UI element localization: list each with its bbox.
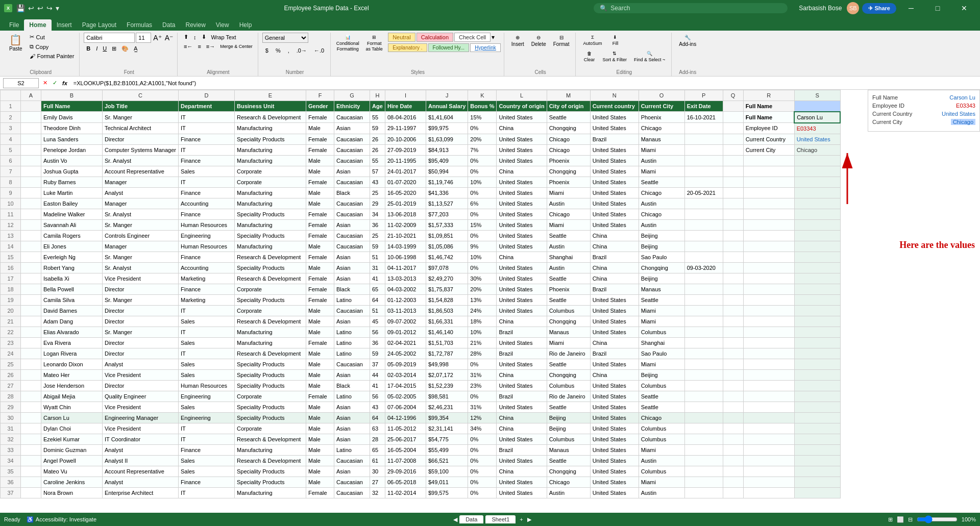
cell-H14[interactable]: 59 bbox=[370, 241, 385, 252]
cell-D32[interactable]: IT bbox=[179, 434, 235, 444]
cell-M21[interactable]: Chongqing bbox=[547, 316, 590, 327]
cell-D34[interactable]: Sales bbox=[179, 455, 235, 466]
cell-C5[interactable]: Computer Systems Manager bbox=[103, 144, 179, 155]
cell-M23[interactable]: Miami bbox=[547, 337, 590, 348]
cell-L31[interactable]: China bbox=[497, 423, 547, 434]
cell-Q33[interactable] bbox=[723, 444, 743, 455]
cell-B8[interactable]: Ruby Barnes bbox=[41, 177, 103, 187]
cell-E20[interactable]: Corporate bbox=[235, 305, 306, 316]
cell-K32[interactable]: 0% bbox=[468, 434, 497, 444]
cell-D17[interactable]: Marketing bbox=[179, 273, 235, 284]
cancel-formula-button[interactable]: ✕ bbox=[41, 80, 50, 86]
cell-C3[interactable]: Technical Architect bbox=[103, 123, 179, 134]
underline-button[interactable]: U bbox=[101, 44, 109, 53]
cell-J19[interactable]: $1,54,828 bbox=[426, 294, 468, 305]
cell-L26[interactable]: China bbox=[497, 369, 547, 380]
cell-O31[interactable]: Columbus bbox=[639, 423, 684, 434]
cell-G27[interactable]: Black bbox=[334, 380, 370, 391]
cell-F34[interactable]: Male bbox=[306, 455, 334, 466]
cell-S4[interactable]: United States bbox=[794, 134, 840, 144]
cell-S15[interactable] bbox=[794, 252, 840, 262]
cell-F2[interactable]: Female bbox=[306, 112, 334, 123]
cell-Q4[interactable] bbox=[723, 134, 743, 144]
cell-K10[interactable]: 6% bbox=[468, 198, 497, 209]
cell-L16[interactable]: United States bbox=[497, 262, 547, 273]
cell-C7[interactable]: Account Representative bbox=[103, 166, 179, 177]
cell-C23[interactable]: Director bbox=[103, 337, 179, 348]
cell-N7[interactable]: United States bbox=[590, 166, 639, 177]
cell-Q36[interactable] bbox=[723, 477, 743, 487]
cell-K6[interactable]: 0% bbox=[468, 155, 497, 166]
cell-B22[interactable]: Elias Alvarado bbox=[41, 327, 103, 337]
cell-O14[interactable]: Beijing bbox=[639, 241, 684, 252]
cell-N8[interactable]: United States bbox=[590, 177, 639, 187]
cell-A32[interactable] bbox=[21, 434, 41, 444]
cell-H35[interactable]: 30 bbox=[370, 466, 385, 477]
cell-R26[interactable] bbox=[743, 369, 794, 380]
cell-H32[interactable]: 28 bbox=[370, 434, 385, 444]
cell-R15[interactable] bbox=[743, 252, 794, 262]
cell-N29[interactable]: United States bbox=[590, 402, 639, 412]
cell-A33[interactable] bbox=[21, 444, 41, 455]
cell-S27[interactable] bbox=[794, 380, 840, 391]
cell-F4[interactable]: Female bbox=[306, 134, 334, 144]
cell-B16[interactable]: Robert Yang bbox=[41, 262, 103, 273]
cell-H10[interactable]: 29 bbox=[370, 198, 385, 209]
cell-H19[interactable]: 64 bbox=[370, 294, 385, 305]
cell-E30[interactable]: Speciality Products bbox=[235, 412, 306, 423]
cell-Q26[interactable] bbox=[723, 369, 743, 380]
cell-A28[interactable] bbox=[21, 391, 41, 402]
cell-O6[interactable]: Austin bbox=[639, 155, 684, 166]
cell-A12[interactable] bbox=[21, 219, 41, 230]
cell-Q22[interactable] bbox=[723, 327, 743, 337]
cell-C15[interactable]: Sr. Manger bbox=[103, 252, 179, 262]
cell-D27[interactable]: Human Resources bbox=[179, 380, 235, 391]
cell-S31[interactable] bbox=[794, 423, 840, 434]
cell-A30[interactable] bbox=[21, 412, 41, 423]
cell-L3[interactable]: China bbox=[497, 123, 547, 134]
cell-O26[interactable]: Beijing bbox=[639, 369, 684, 380]
cell-F21[interactable]: Male bbox=[306, 316, 334, 327]
cell-Q29[interactable] bbox=[723, 402, 743, 412]
cell-K34[interactable]: 0% bbox=[468, 455, 497, 466]
cell-F26[interactable]: Male bbox=[306, 369, 334, 380]
cell-K12[interactable]: 15% bbox=[468, 219, 497, 230]
cell-D9[interactable]: Finance bbox=[179, 187, 235, 198]
cell-G33[interactable]: Latino bbox=[334, 444, 370, 455]
cell-R17[interactable] bbox=[743, 273, 794, 284]
cell-E37[interactable]: Manufacturing bbox=[235, 487, 306, 498]
cell-N23[interactable]: China bbox=[590, 337, 639, 348]
cell-H16[interactable]: 31 bbox=[370, 262, 385, 273]
cell-A14[interactable] bbox=[21, 241, 41, 252]
cell-R27[interactable] bbox=[743, 380, 794, 391]
cell-J14[interactable]: $1,05,086 bbox=[426, 241, 468, 252]
cell-S19[interactable] bbox=[794, 294, 840, 305]
cell-A11[interactable] bbox=[21, 209, 41, 219]
cell-B11[interactable]: Madeline Walker bbox=[41, 209, 103, 219]
cell-I20[interactable]: 03-11-2013 bbox=[385, 305, 426, 316]
cell-B17[interactable]: Isabella Xi bbox=[41, 273, 103, 284]
cell-G13[interactable]: Caucasian bbox=[334, 230, 370, 241]
cell-C18[interactable]: Director bbox=[103, 284, 179, 294]
cell-P12[interactable] bbox=[684, 219, 723, 230]
cell-M26[interactable]: Chongqing bbox=[547, 369, 590, 380]
cell-K11[interactable]: 0% bbox=[468, 209, 497, 219]
cell-D36[interactable]: Finance bbox=[179, 477, 235, 487]
cell-N19[interactable]: United States bbox=[590, 294, 639, 305]
cell-G15[interactable]: Asian bbox=[334, 252, 370, 262]
cell-K28[interactable]: 0% bbox=[468, 391, 497, 402]
cell-I12[interactable]: 11-02-2009 bbox=[385, 219, 426, 230]
cell-F36[interactable]: Male bbox=[306, 477, 334, 487]
cell-O7[interactable]: Miami bbox=[639, 166, 684, 177]
cell-C33[interactable]: Analyst bbox=[103, 444, 179, 455]
cell-B23[interactable]: Eva Rivera bbox=[41, 337, 103, 348]
cell-E4[interactable]: Speciality Products bbox=[235, 134, 306, 144]
cell-R5[interactable]: Current City bbox=[743, 144, 794, 155]
cell-H2[interactable]: 55 bbox=[370, 112, 385, 123]
cell-A26[interactable] bbox=[21, 369, 41, 380]
cell-E3[interactable]: Manufacturing bbox=[235, 123, 306, 134]
cell-I29[interactable]: 07-06-2004 bbox=[385, 402, 426, 412]
cell-A25[interactable] bbox=[21, 359, 41, 369]
cell-B7[interactable]: Joshua Gupta bbox=[41, 166, 103, 177]
cell-C25[interactable]: Analyst bbox=[103, 359, 179, 369]
